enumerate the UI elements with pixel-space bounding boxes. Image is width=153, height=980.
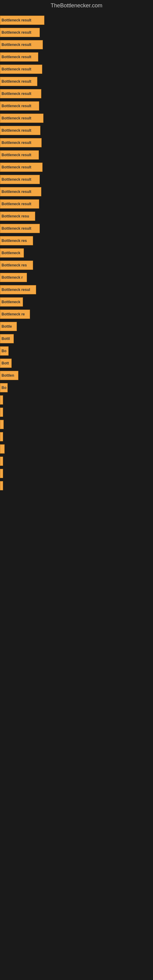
bar-label: Bottlen bbox=[2, 373, 14, 378]
bar-label: Bottleneck resul bbox=[2, 288, 30, 292]
bar-row: Bottleneck re bbox=[0, 309, 153, 320]
bar-row: Bottleneck result bbox=[0, 39, 153, 51]
bar-item bbox=[0, 395, 3, 404]
bar-item: Bottleneck result bbox=[0, 138, 41, 147]
bar-label: Bo bbox=[2, 385, 6, 390]
bar-item bbox=[0, 457, 3, 466]
bar-label: Bottl bbox=[2, 337, 10, 341]
bar-row: Bottleneck result bbox=[0, 88, 153, 100]
bar-item: Bottleneck result bbox=[0, 199, 39, 208]
bar-row: Bottleneck result bbox=[0, 149, 153, 161]
bar-item: Bottleneck result bbox=[0, 101, 39, 111]
bar-item: Bott bbox=[0, 359, 12, 368]
bar-item: Bottleneck result bbox=[0, 52, 38, 62]
bar-row: Bottleneck resul bbox=[0, 284, 153, 296]
bar-item: Bottleneck res bbox=[0, 261, 33, 270]
bar-label: Bottleneck result bbox=[2, 202, 31, 206]
bar-item: Bottleneck bbox=[0, 298, 23, 307]
bar-row bbox=[0, 455, 153, 467]
bar-label: Bottleneck result bbox=[2, 79, 31, 84]
bar-row bbox=[0, 394, 153, 406]
bar-label: Bottleneck result bbox=[2, 92, 31, 96]
bar-row: Bottleneck result bbox=[0, 161, 153, 173]
bar-item: Bottleneck result bbox=[0, 114, 43, 123]
bar-item bbox=[0, 469, 3, 478]
bar-row bbox=[0, 480, 153, 492]
bar-label: Bottleneck re bbox=[2, 312, 25, 317]
bar-item bbox=[0, 420, 4, 429]
bar-row: Bottleneck result bbox=[0, 198, 153, 210]
bar-item: Bottleneck result bbox=[0, 175, 40, 184]
bar-label: Bottle bbox=[2, 324, 12, 329]
bar-row: Bottleneck result bbox=[0, 125, 153, 136]
bar-row: Bott bbox=[0, 357, 153, 369]
bar-row: Bottleneck bbox=[0, 247, 153, 259]
bar-label: Bottleneck res bbox=[2, 239, 27, 243]
bar-item: Bottlen bbox=[0, 371, 18, 380]
bar-label: Bottleneck result bbox=[2, 104, 31, 108]
bar-label: Bott bbox=[2, 361, 9, 365]
bar-item: Bottleneck bbox=[0, 248, 24, 258]
bar-row: Bottleneck result bbox=[0, 14, 153, 26]
bar-label: Bottleneck result bbox=[2, 140, 31, 145]
bar-label: Bottleneck bbox=[2, 300, 20, 304]
bar-label: Bottleneck result bbox=[2, 177, 31, 181]
bar-item: Bo bbox=[0, 346, 9, 356]
bar-item: Bottleneck res bbox=[0, 236, 33, 245]
bar-row: Bo bbox=[0, 382, 153, 393]
bar-label: Bottleneck r bbox=[2, 275, 22, 280]
bar-row: Bottleneck result bbox=[0, 223, 153, 234]
bar-label: Bottleneck result bbox=[2, 226, 31, 231]
bar-label: Bottleneck resu bbox=[2, 214, 29, 218]
bar-row: Bottleneck result bbox=[0, 51, 153, 63]
bar-row bbox=[0, 418, 153, 430]
bar-item bbox=[0, 432, 3, 441]
bar-item bbox=[0, 444, 5, 453]
bar-row: Bottlen bbox=[0, 370, 153, 381]
bar-item: Bo bbox=[0, 383, 8, 392]
bar-item: Bottleneck result bbox=[0, 16, 45, 25]
bar-label: Bottleneck result bbox=[2, 189, 31, 194]
bar-label: Bottleneck result bbox=[2, 67, 31, 72]
bar-row: Bottleneck result bbox=[0, 112, 153, 124]
bar-item: Bottleneck result bbox=[0, 126, 40, 135]
bar-label: Bottleneck result bbox=[2, 30, 31, 35]
bars-container: Bottleneck resultBottleneck resultBottle… bbox=[0, 11, 153, 495]
bar-label: Bottleneck result bbox=[2, 165, 31, 169]
bar-row: Bottleneck resu bbox=[0, 210, 153, 222]
bar-label: Bottleneck bbox=[2, 251, 20, 255]
bar-label: Bottleneck result bbox=[2, 55, 31, 59]
bar-label: Bo bbox=[2, 349, 6, 353]
bar-item: Bottleneck result bbox=[0, 187, 41, 196]
bar-label: Bottleneck result bbox=[2, 18, 31, 22]
bar-item: Bottle bbox=[0, 322, 17, 331]
bar-item bbox=[0, 407, 3, 417]
bar-row: Bottleneck res bbox=[0, 259, 153, 271]
bar-row: Bottleneck bbox=[0, 296, 153, 308]
bar-row bbox=[0, 468, 153, 479]
bar-row bbox=[0, 406, 153, 418]
bar-label: Bottleneck result bbox=[2, 43, 31, 47]
bar-row: Bottleneck r bbox=[0, 272, 153, 283]
bar-label: Bottleneck result bbox=[2, 116, 31, 120]
bar-item: Bottleneck result bbox=[0, 150, 39, 159]
bar-row: Bottleneck result bbox=[0, 186, 153, 197]
bar-item: Bottleneck result bbox=[0, 77, 37, 86]
bar-row: Bottleneck result bbox=[0, 64, 153, 75]
bar-row: Bottle bbox=[0, 321, 153, 332]
bar-row: Bottleneck result bbox=[0, 76, 153, 87]
bar-item: Bottleneck result bbox=[0, 40, 43, 49]
bar-item: Bottl bbox=[0, 334, 14, 343]
bar-item: Bottleneck re bbox=[0, 310, 30, 319]
bar-item: Bottleneck result bbox=[0, 65, 42, 74]
bar-label: Bottleneck result bbox=[2, 153, 31, 157]
bar-label: Bottleneck result bbox=[2, 128, 31, 133]
site-title: TheBottlenecker.com bbox=[0, 0, 153, 11]
bar-label: Bottleneck res bbox=[2, 263, 27, 267]
bar-row bbox=[0, 431, 153, 442]
bar-row: Bottleneck result bbox=[0, 27, 153, 38]
bar-item: Bottleneck r bbox=[0, 273, 27, 282]
bar-row: Bottleneck result bbox=[0, 173, 153, 185]
bar-row: Bo bbox=[0, 345, 153, 357]
bar-item: Bottleneck resu bbox=[0, 212, 35, 221]
